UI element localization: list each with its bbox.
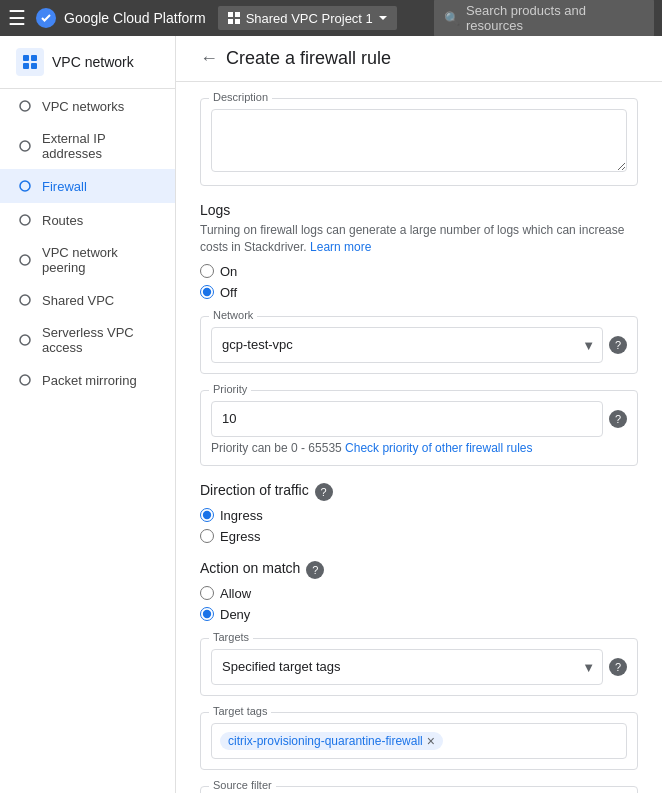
main-content: ← Create a firewall rule Description Log… <box>176 36 662 793</box>
sidebar-header: VPC network <box>0 36 175 89</box>
svg-point-16 <box>20 375 30 385</box>
direction-ingress-input[interactable] <box>200 508 214 522</box>
network-select[interactable]: gcp-test-vpc <box>211 327 603 363</box>
app-logo: Google Cloud Platform <box>34 6 206 30</box>
logs-off-radio[interactable]: Off <box>200 285 638 300</box>
sidebar-icon-firewall <box>16 177 34 195</box>
logs-learn-more[interactable]: Learn more <box>310 240 371 254</box>
sidebar-label-external-ip: External IP addresses <box>42 131 159 161</box>
sidebar-icon-vpc-networks <box>16 97 34 115</box>
targets-help-icon[interactable]: ? <box>609 658 627 676</box>
targets-select[interactable]: Specified target tags All instances in t… <box>211 649 603 685</box>
project-name: Shared VPC Project 1 <box>246 11 373 26</box>
search-placeholder: Search products and resources <box>466 3 644 33</box>
logs-section: Logs Turning on firewall logs can genera… <box>200 202 638 300</box>
logs-off-label: Off <box>220 285 237 300</box>
network-select-wrapper: gcp-test-vpc ▼ ? <box>211 327 627 363</box>
action-allow-radio[interactable]: Allow <box>200 586 638 601</box>
action-allow-input[interactable] <box>200 586 214 600</box>
priority-label: Priority <box>209 383 251 395</box>
sidebar-nav: VPC networks External IP addresses Firew… <box>0 89 175 397</box>
direction-help-icon[interactable]: ? <box>315 483 333 501</box>
tag-remove-0[interactable]: × <box>427 734 435 748</box>
sidebar-item-shared-vpc[interactable]: Shared VPC <box>0 283 175 317</box>
sidebar-label-shared-vpc: Shared VPC <box>42 293 114 308</box>
action-deny-label: Deny <box>220 607 250 622</box>
target-tags-input[interactable]: citrix-provisioning-quarantine-firewall … <box>211 723 627 759</box>
sidebar-item-routes[interactable]: Routes <box>0 203 175 237</box>
targets-label: Targets <box>209 631 253 643</box>
direction-egress-radio[interactable]: Egress <box>200 529 638 544</box>
network-help-icon[interactable]: ? <box>609 336 627 354</box>
search-icon: 🔍 <box>444 11 460 26</box>
priority-hint: Priority can be 0 - 65535 Check priority… <box>211 441 627 455</box>
svg-rect-3 <box>228 19 233 24</box>
svg-point-9 <box>20 101 30 111</box>
sidebar-label-routes: Routes <box>42 213 83 228</box>
tag-chip-0: citrix-provisioning-quarantine-firewall … <box>220 732 443 750</box>
sidebar-label-serverless-vpc: Serverless VPC access <box>42 325 159 355</box>
description-group: Description <box>200 98 638 186</box>
svg-point-13 <box>20 255 30 265</box>
sidebar: VPC network VPC networks External IP add… <box>0 36 176 793</box>
page-title: Create a firewall rule <box>226 48 391 69</box>
svg-rect-1 <box>228 12 233 17</box>
action-deny-input[interactable] <box>200 607 214 621</box>
back-button[interactable]: ← <box>200 48 218 69</box>
direction-title: Direction of traffic <box>200 482 309 498</box>
priority-group: Priority ? Priority can be 0 - 65535 Che… <box>200 390 638 466</box>
svg-rect-4 <box>235 19 240 24</box>
direction-egress-label: Egress <box>220 529 260 544</box>
sidebar-item-packet-mirroring[interactable]: Packet mirroring <box>0 363 175 397</box>
sidebar-item-firewall[interactable]: Firewall <box>0 169 175 203</box>
logs-off-input[interactable] <box>200 285 214 299</box>
priority-input[interactable] <box>211 401 603 437</box>
sidebar-item-external-ip[interactable]: External IP addresses <box>0 123 175 169</box>
priority-input-wrapper: ? <box>211 401 627 437</box>
search-bar[interactable]: 🔍 Search products and resources <box>434 0 654 37</box>
sidebar-icon-packet-mirroring <box>16 371 34 389</box>
priority-help-icon[interactable]: ? <box>609 410 627 428</box>
logs-radio-group: On Off <box>200 264 638 300</box>
action-help-icon[interactable]: ? <box>306 561 324 579</box>
sidebar-icon-serverless-vpc <box>16 331 34 349</box>
svg-rect-2 <box>235 12 240 17</box>
network-label: Network <box>209 309 257 321</box>
direction-egress-input[interactable] <box>200 529 214 543</box>
direction-group: Direction of traffic ? Ingress Egress <box>200 482 638 544</box>
vpc-icon <box>16 48 44 76</box>
svg-point-12 <box>20 215 30 225</box>
direction-radio-group: Ingress Egress <box>200 508 638 544</box>
direction-ingress-radio[interactable]: Ingress <box>200 508 638 523</box>
sidebar-label-packet-mirroring: Packet mirroring <box>42 373 137 388</box>
sidebar-item-vpc-networks[interactable]: VPC networks <box>0 89 175 123</box>
top-nav: ☰ Google Cloud Platform Shared VPC Proje… <box>0 0 662 36</box>
menu-icon[interactable]: ☰ <box>8 6 26 30</box>
svg-rect-5 <box>23 55 29 61</box>
logs-on-input[interactable] <box>200 264 214 278</box>
svg-point-15 <box>20 335 30 345</box>
action-title: Action on match <box>200 560 300 576</box>
sidebar-icon-external-ip <box>16 137 34 155</box>
svg-point-10 <box>20 141 30 151</box>
source-filter-group: Source filter IP ranges Source tags Serv… <box>200 786 638 793</box>
project-selector[interactable]: Shared VPC Project 1 <box>218 6 397 30</box>
logs-on-radio[interactable]: On <box>200 264 638 279</box>
sidebar-label-vpc-peering: VPC network peering <box>42 245 159 275</box>
sidebar-item-vpc-peering[interactable]: VPC network peering <box>0 237 175 283</box>
targets-select-wrapper: Specified target tags All instances in t… <box>211 649 627 685</box>
priority-check-link[interactable]: Check priority of other firewall rules <box>345 441 532 455</box>
action-deny-radio[interactable]: Deny <box>200 607 638 622</box>
logs-desc: Turning on firewall logs can generate a … <box>200 222 638 256</box>
description-input[interactable] <box>211 109 627 172</box>
sidebar-icon-routes <box>16 211 34 229</box>
svg-rect-7 <box>23 63 29 69</box>
tag-chip-text-0: citrix-provisioning-quarantine-firewall <box>228 734 423 748</box>
source-filter-label: Source filter <box>209 779 276 791</box>
sidebar-label-firewall: Firewall <box>42 179 87 194</box>
logo-text: Google Cloud Platform <box>64 10 206 26</box>
description-label: Description <box>209 91 272 103</box>
sidebar-icon-shared-vpc <box>16 291 34 309</box>
action-radio-group: Allow Deny <box>200 586 638 622</box>
sidebar-item-serverless-vpc[interactable]: Serverless VPC access <box>0 317 175 363</box>
